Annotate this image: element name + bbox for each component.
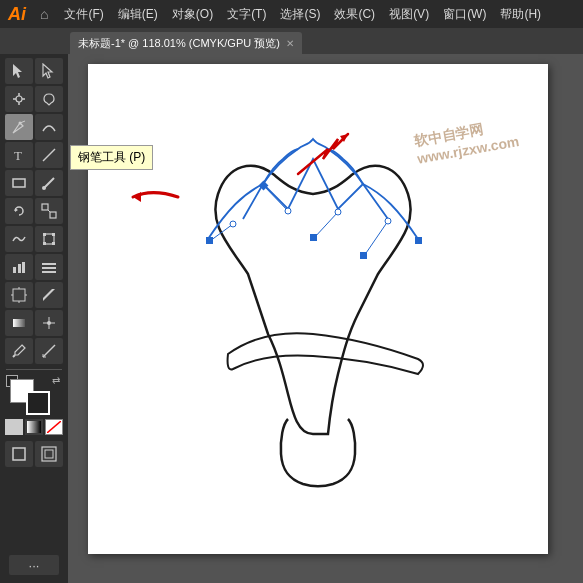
- direct-selection-tool[interactable]: [35, 58, 63, 84]
- svg-line-38: [43, 345, 55, 357]
- menu-help[interactable]: 帮助(H): [494, 4, 547, 25]
- svg-marker-1: [43, 64, 52, 78]
- svg-rect-20: [43, 242, 46, 245]
- svg-rect-18: [43, 233, 46, 236]
- svg-rect-28: [13, 289, 25, 301]
- scale-tool[interactable]: [35, 198, 63, 224]
- svg-line-52: [264, 186, 288, 211]
- swap-colors-icon[interactable]: ⇄: [52, 375, 60, 386]
- svg-rect-23: [18, 264, 21, 273]
- color-section: ⇄: [6, 375, 62, 419]
- menu-file[interactable]: 文件(F): [58, 4, 109, 25]
- selection-tools: [5, 58, 63, 84]
- svg-line-54: [364, 221, 388, 256]
- none-mode-button[interactable]: [45, 419, 63, 435]
- svg-rect-33: [13, 319, 25, 327]
- lasso-tool[interactable]: [35, 86, 63, 112]
- lasso-tools: [5, 86, 63, 112]
- line-tool[interactable]: [35, 142, 63, 168]
- title-bar: Ai ⌂ 文件(F) 编辑(E) 对象(O) 文字(T) 选择(S) 效果(C)…: [0, 0, 583, 28]
- document-tab[interactable]: 未标题-1* @ 118.01% (CMYK/GPU 预览) ✕: [70, 32, 302, 54]
- svg-rect-19: [52, 233, 55, 236]
- svg-line-16: [48, 210, 50, 212]
- screen-mode-2[interactable]: [35, 441, 63, 467]
- pen-tools: [5, 114, 63, 140]
- mesh-tool[interactable]: [35, 310, 63, 336]
- selection-tool[interactable]: [5, 58, 33, 84]
- svg-rect-41: [27, 421, 41, 433]
- slice-tool[interactable]: [35, 282, 63, 308]
- svg-rect-45: [45, 450, 53, 458]
- color-mode-row: [5, 419, 63, 435]
- home-button[interactable]: ⌂: [36, 4, 52, 24]
- graph-tool[interactable]: [5, 254, 33, 280]
- svg-point-55: [230, 221, 236, 227]
- free-transform-tool[interactable]: [35, 226, 63, 252]
- gradient-tool[interactable]: [5, 310, 33, 336]
- menu-effect[interactable]: 效果(C): [328, 4, 381, 25]
- rectangle-tool[interactable]: [5, 170, 33, 196]
- svg-rect-24: [22, 262, 25, 273]
- menu-select[interactable]: 选择(S): [274, 4, 326, 25]
- svg-rect-15: [50, 212, 56, 218]
- magic-wand-tool[interactable]: [5, 86, 33, 112]
- svg-rect-27: [42, 271, 56, 273]
- drawing: [88, 64, 548, 554]
- column-graph-tool[interactable]: [35, 254, 63, 280]
- type-tool[interactable]: T: [5, 142, 33, 168]
- more-tools: ···: [9, 555, 59, 579]
- svg-rect-48: [310, 234, 317, 241]
- menu-window[interactable]: 窗口(W): [437, 4, 492, 25]
- gradient-tools: [5, 310, 63, 336]
- gradient-mode-button[interactable]: [25, 419, 43, 435]
- tab-label: 未标题-1* @ 118.01% (CMYK/GPU 预览): [78, 36, 280, 51]
- menu-view[interactable]: 视图(V): [383, 4, 435, 25]
- shape-tools: [5, 170, 63, 196]
- change-screen-mode[interactable]: [5, 441, 33, 467]
- svg-rect-44: [42, 447, 56, 461]
- screen-mode-tools: [5, 441, 63, 467]
- ai-logo: Ai: [8, 4, 26, 25]
- svg-rect-21: [52, 242, 55, 245]
- rotate-tool[interactable]: [5, 198, 33, 224]
- menu-object[interactable]: 对象(O): [166, 4, 219, 25]
- svg-line-42: [47, 421, 61, 433]
- curvature-tool[interactable]: [35, 114, 63, 140]
- svg-point-12: [42, 186, 46, 190]
- svg-rect-26: [42, 267, 56, 269]
- menu-bar: 文件(F) 编辑(E) 对象(O) 文字(T) 选择(S) 效果(C) 视图(V…: [58, 4, 547, 25]
- paintbrush-tool[interactable]: [35, 170, 63, 196]
- tab-bar: 未标题-1* @ 118.01% (CMYK/GPU 预览) ✕: [0, 28, 583, 54]
- more-tools-button[interactable]: ···: [9, 555, 59, 575]
- warp-tools: [5, 226, 63, 252]
- svg-point-57: [335, 209, 341, 215]
- canvas-area: 软中自学网www.rjzxw.com: [68, 54, 583, 583]
- color-mode-button[interactable]: [5, 419, 23, 435]
- svg-rect-22: [13, 267, 16, 273]
- svg-point-56: [285, 208, 291, 214]
- menu-text[interactable]: 文字(T): [221, 4, 272, 25]
- pen-tool[interactable]: [5, 114, 33, 140]
- svg-line-53: [314, 212, 338, 238]
- eyedropper-tool[interactable]: [5, 338, 33, 364]
- svg-marker-0: [13, 64, 22, 78]
- warp-tool[interactable]: [5, 226, 33, 252]
- svg-rect-50: [415, 237, 422, 244]
- type-tools: T: [5, 142, 63, 168]
- toolbar-separator: [6, 369, 62, 370]
- artboard-tool[interactable]: [5, 282, 33, 308]
- svg-text:T: T: [14, 148, 22, 163]
- stroke-color[interactable]: [26, 391, 50, 415]
- main-layout: T: [0, 54, 583, 583]
- symbol-tools: [5, 254, 63, 280]
- svg-point-58: [385, 218, 391, 224]
- tab-close-button[interactable]: ✕: [286, 38, 294, 49]
- menu-edit[interactable]: 编辑(E): [112, 4, 164, 25]
- svg-rect-11: [13, 179, 25, 187]
- svg-line-37: [13, 355, 15, 357]
- svg-line-10: [43, 149, 55, 161]
- slice-tools: [5, 282, 63, 308]
- measure-tool[interactable]: [35, 338, 63, 364]
- svg-rect-43: [13, 448, 25, 460]
- svg-rect-46: [206, 237, 213, 244]
